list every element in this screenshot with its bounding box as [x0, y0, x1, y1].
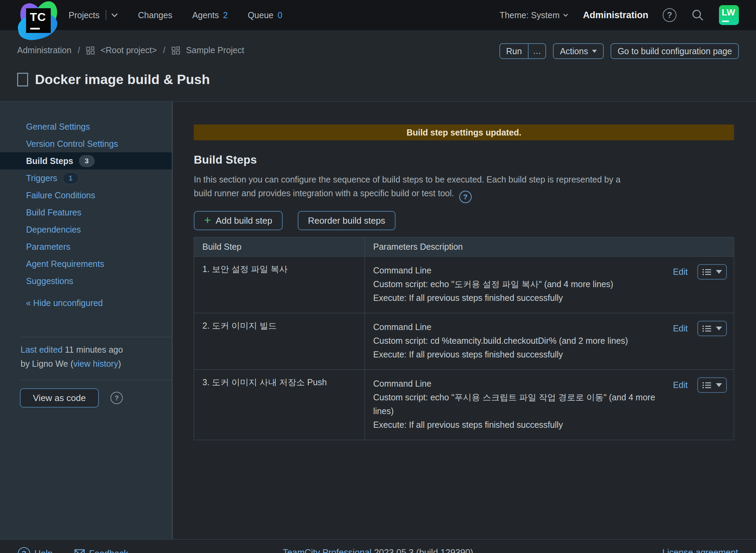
step-param-lines: Command Line Custom script: echo "푸시용 스크…	[373, 377, 673, 432]
nav-administration[interactable]: Administration	[583, 10, 648, 21]
run-split-button: Run ...	[499, 43, 546, 59]
nav-projects-divider	[106, 10, 106, 20]
build-steps-count-badge: 3	[79, 155, 95, 167]
sidebar-item-dependencies[interactable]: Dependencies	[0, 221, 172, 238]
breadcrumb-sample-project[interactable]: Sample Project	[186, 45, 244, 55]
runner-type: Command Line	[373, 263, 663, 277]
footer-product-link[interactable]: TeamCity Professional	[283, 547, 371, 553]
runner-type: Command Line	[373, 377, 663, 390]
run-button[interactable]: Run	[500, 44, 528, 58]
view-history-link[interactable]: view history	[73, 359, 118, 368]
status-banner: Build step settings updated.	[194, 125, 734, 140]
sidebar-item-label: Failure Conditions	[26, 190, 95, 200]
sidebar-item-failure-conditions[interactable]: Failure Conditions	[0, 187, 172, 204]
caret-down-icon	[716, 383, 722, 387]
list-icon	[702, 325, 712, 332]
execute-policy: Execute: If all previous steps finished …	[373, 418, 663, 432]
sidebar-item-parameters[interactable]: Parameters	[0, 238, 172, 255]
sidebar-item-suggestions[interactable]: Suggestions	[0, 272, 172, 290]
project-grid-icon	[86, 46, 95, 55]
sidebar-item-build-features[interactable]: Build Features	[0, 204, 172, 221]
help-icon[interactable]: ?	[110, 392, 123, 404]
nav-projects-label: Projects	[69, 10, 99, 20]
step-menu-button[interactable]	[697, 264, 727, 280]
logo-box: TC	[26, 8, 51, 33]
custom-script: Custom script: echo "푸시용 스크립트 파일 작업 경로로 …	[373, 390, 663, 418]
step-menu-button[interactable]	[697, 377, 727, 393]
execute-policy: Execute: If all previous steps finished …	[373, 291, 663, 305]
triggers-count-badge: 1	[63, 172, 79, 184]
actions-label: Actions	[560, 46, 588, 56]
theme-selector[interactable]: Theme: System	[499, 10, 568, 20]
step-name: 2. 도커 이미지 빌드	[194, 313, 365, 370]
sidebar-item-label: Triggers	[26, 173, 57, 183]
settings-sidebar: General Settings Version Control Setting…	[0, 102, 173, 539]
last-edited-block: Last edited 11 minutes ago by Ligno We (…	[0, 337, 172, 371]
view-as-code-row: View as code ?	[20, 388, 172, 408]
step-params: Command Line Custom script: cd %teamcity…	[365, 313, 734, 370]
table-row: 1. 보안 설정 파일 복사 Command Line Custom scrip…	[194, 257, 734, 313]
section-description: In this section you can configure the se…	[194, 173, 734, 200]
row-actions: Edit	[673, 320, 727, 336]
hide-unconfigured-link[interactable]: « Hide unconfigured	[0, 294, 172, 311]
edit-link[interactable]: Edit	[673, 267, 688, 277]
view-as-code-button[interactable]: View as code	[20, 388, 99, 408]
edit-link[interactable]: Edit	[673, 323, 688, 333]
sidebar-item-agent-requirements[interactable]: Agent Requirements	[0, 255, 172, 272]
nav-changes[interactable]: Changes	[138, 10, 172, 20]
actions-button[interactable]: Actions	[553, 43, 604, 59]
nav-agents[interactable]: Agents 2	[192, 10, 228, 20]
edit-link[interactable]: Edit	[673, 380, 688, 390]
step-name: 3. 도커 이미지 사내 저장소 Push	[194, 370, 365, 440]
caret-down-icon	[592, 50, 597, 53]
sidebar-item-build-steps[interactable]: Build Steps 3	[0, 152, 172, 169]
sidebar-item-version-control-settings[interactable]: Version Control Settings	[0, 135, 172, 152]
list-icon	[702, 268, 712, 276]
sidebar-item-label: Build Steps	[26, 156, 73, 166]
help-icon[interactable]: ?	[459, 191, 472, 203]
goto-build-config-button[interactable]: Go to build configuration page	[611, 43, 739, 59]
last-edited-time: 11 minutes ago	[65, 345, 123, 354]
reorder-build-steps-button[interactable]: Reorder build steps	[298, 211, 395, 230]
step-menu-button[interactable]	[697, 321, 727, 336]
breadcrumb-root-project[interactable]: <Root project>	[101, 45, 157, 55]
description-line1: In this section you can configure the se…	[194, 175, 621, 184]
add-build-step-button[interactable]: + Add build step	[194, 211, 283, 230]
help-icon[interactable]: ?	[663, 8, 676, 22]
row-actions: Edit	[673, 377, 727, 393]
sidebar-divider	[20, 380, 172, 380]
chevron-down-icon[interactable]	[111, 13, 118, 17]
footer: ? Help Feedback TeamCity Professional 20…	[0, 539, 756, 553]
last-edited-link[interactable]: Last edited	[21, 345, 62, 354]
breadcrumb-separator: /	[162, 45, 167, 55]
sidebar-item-triggers[interactable]: Triggers 1	[0, 169, 172, 187]
run-options-button[interactable]: ...	[528, 44, 545, 58]
table-header-row: Build Step Parameters Description	[194, 237, 734, 257]
build-steps-table: Build Step Parameters Description 1. 보안 …	[194, 237, 734, 440]
table-row: 2. 도커 이미지 빌드 Command Line Custom script:…	[194, 313, 734, 370]
nav-projects[interactable]: Projects	[69, 10, 118, 20]
step-params: Command Line Custom script: echo "푸시용 스크…	[365, 370, 734, 440]
avatar[interactable]: LW	[719, 5, 739, 25]
table-row: 3. 도커 이미지 사내 저장소 Push Command Line Custo…	[194, 370, 734, 440]
sidebar-item-label: Suggestions	[26, 276, 73, 286]
history-paren-open: (	[70, 359, 73, 368]
sidebar-item-label: Agent Requirements	[26, 259, 104, 269]
reorder-build-steps-label: Reorder build steps	[308, 215, 385, 226]
nav-agents-label: Agents	[192, 10, 219, 20]
breadcrumb-separator: /	[76, 45, 81, 55]
execute-policy: Execute: If all previous steps finished …	[373, 348, 663, 361]
step-params: Command Line Custom script: echo "도커용 설정…	[365, 257, 734, 313]
nav-left: Projects Changes Agents 2 Queue 0	[69, 10, 282, 20]
nav-queue[interactable]: Queue 0	[248, 10, 282, 20]
teamcity-logo[interactable]: TC	[17, 1, 58, 40]
footer-version-number: 2023.05.3 (build 129390)	[374, 547, 473, 553]
list-icon	[702, 381, 712, 389]
search-icon[interactable]	[691, 8, 705, 22]
content-row: General Settings Version Control Setting…	[0, 101, 756, 539]
breadcrumb-administration[interactable]: Administration	[17, 45, 71, 55]
sidebar-item-general-settings[interactable]: General Settings	[0, 118, 172, 135]
sidebar-item-label: Dependencies	[26, 225, 81, 235]
custom-script: Custom script: cd %teamcity.build.checko…	[373, 334, 663, 348]
theme-label: Theme: System	[499, 10, 559, 20]
